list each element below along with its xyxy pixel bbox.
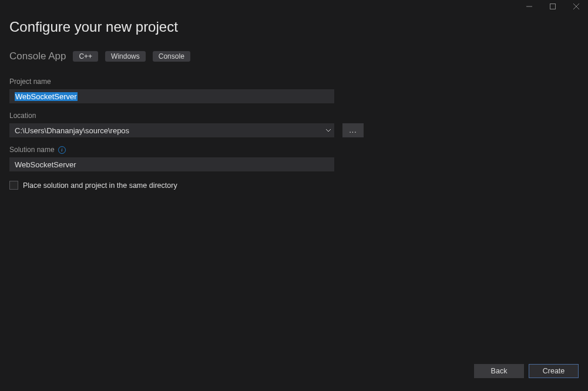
page-title: Configure your new project bbox=[9, 19, 579, 35]
create-button[interactable]: Create bbox=[529, 364, 579, 378]
project-name-value: WebSocketServer bbox=[15, 92, 78, 101]
maximize-button[interactable] bbox=[541, 0, 565, 13]
project-name-label: Project name bbox=[9, 77, 579, 86]
location-input[interactable] bbox=[9, 123, 334, 137]
browse-button[interactable]: ... bbox=[342, 123, 364, 137]
window-titlebar bbox=[0, 0, 588, 13]
maximize-icon bbox=[550, 4, 556, 9]
back-button[interactable]: Back bbox=[474, 364, 524, 378]
location-label: Location bbox=[9, 112, 579, 120]
tag-project-type: Console bbox=[153, 51, 190, 62]
template-name: Console App bbox=[9, 50, 66, 62]
project-name-input[interactable]: WebSocketServer bbox=[9, 89, 334, 103]
tag-language: C++ bbox=[73, 51, 98, 62]
svg-rect-1 bbox=[550, 4, 556, 9]
minimize-button[interactable] bbox=[518, 0, 541, 13]
solution-name-input[interactable] bbox=[9, 157, 334, 171]
close-button[interactable] bbox=[565, 0, 588, 13]
minimize-icon bbox=[526, 4, 532, 9]
same-directory-checkbox[interactable] bbox=[9, 181, 18, 190]
same-directory-label: Place solution and project in the same d… bbox=[23, 181, 177, 190]
solution-name-label: Solution name bbox=[9, 146, 55, 154]
info-icon[interactable]: i bbox=[58, 146, 66, 154]
close-icon bbox=[573, 4, 579, 9]
tag-platform: Windows bbox=[105, 51, 146, 62]
